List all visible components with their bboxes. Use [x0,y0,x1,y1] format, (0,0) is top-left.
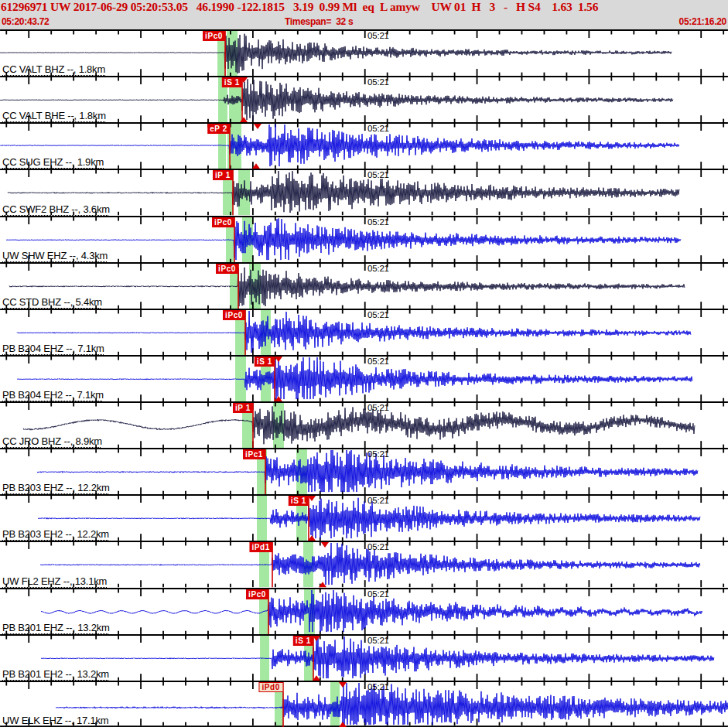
timespan-label: Timespan= 32 s [285,16,353,27]
waveform-canvas[interactable] [0,262,728,309]
trace-row[interactable]: iS 105:21PB B201 EH2 --, 13.2km [0,634,728,681]
station-label: CC SWF2 BHZ --, 3.6km [2,203,110,215]
station-label: PB B203 EHZ --, 12.2km [2,482,110,493]
station-label: PB B201 EHZ --, 13.2km [2,622,110,633]
trace-row[interactable]: eP 205:21CC SUG EHZ --, 1.9km [0,122,728,169]
minute-time-label: 05:21 [367,170,389,179]
minute-time-label: 05:21 [367,589,389,599]
pick-flag[interactable]: iPd0 [258,682,283,692]
waveform-canvas[interactable] [0,309,728,355]
minute-time-label: 05:21 [367,449,389,459]
station-label: PB B201 EH2 --, 13.2km [2,668,109,680]
waveform-canvas[interactable] [0,681,728,727]
trace-row[interactable]: iPc005:21PB B204 EHZ --, 7.1km [0,309,728,355]
trace-row[interactable]: iP 105:21CC SWF2 BHZ --, 3.6km [0,169,728,215]
window-end-time: 05:21:16.20 [679,16,726,27]
waveform-canvas[interactable] [0,494,728,541]
marker-triangle-icon [339,722,347,727]
seismic-picker-window: 61296971 UW 2017-06-29 05:20:53.05 46.19… [0,0,728,727]
pick-flag[interactable]: iS 1 [255,357,275,367]
window-start-time: 05:20:43.72 [2,16,49,27]
waveform-canvas[interactable] [0,541,728,587]
pick-flag[interactable]: iS 1 [289,496,309,506]
waveform-canvas[interactable] [0,634,728,681]
seismogram-trace[interactable] [17,311,691,353]
pick-flag[interactable]: iPc1 [243,449,265,459]
waveform-canvas[interactable] [0,29,728,76]
minute-time-label: 05:21 [367,682,389,691]
pick-flag[interactable]: iP 1 [233,403,253,413]
station-label: CC VALT BHZ --, 1.8km [2,63,105,75]
minute-time-label: 05:21 [367,264,389,273]
pick-flag[interactable]: eP 2 [207,124,230,134]
minute-time-label: 05:21 [367,217,389,227]
trace-row[interactable]: iPc105:21PB B203 EHZ --, 12.2km [0,448,728,494]
station-label: PB B204 EH2 --, 7.1km [2,389,104,401]
seismogram-trace[interactable] [56,683,728,725]
station-label: UW SHW EHZ --, 4.3km [2,250,108,261]
pick-flag[interactable]: iPc0 [203,31,225,41]
minute-time-label: 05:21 [367,542,389,551]
trace-row[interactable]: iPc005:21UW SHW EHZ --, 4.3km [0,216,728,262]
marker-triangle-icon [339,682,347,688]
pick-flag[interactable]: iPc0 [246,589,268,599]
trace-row[interactable]: iPd005:21UW ELK EHZ --, 17.1km [0,681,728,727]
seismogram-trace[interactable] [23,406,695,444]
station-label: CC VALT BHE --, 1.8km [2,110,106,121]
pick-flag[interactable]: iS 1 [293,636,313,646]
trace-row[interactable]: iPc005:21PB B201 EHZ --, 13.2km [0,588,728,634]
station-label: PB B203 EH2 --, 12.2km [2,528,109,540]
minute-time-label: 05:21 [367,31,389,40]
station-label: UW ELK EHZ --, 17.1km [2,715,108,726]
event-summary: 61296971 UW 2017-06-29 05:20:53.05 46.19… [1,0,728,15]
trace-row[interactable]: iS 105:21PB B203 EH2 --, 12.2km [0,494,728,541]
minute-time-label: 05:21 [367,357,389,366]
minute-time-label: 05:21 [367,403,389,412]
waveform-canvas[interactable] [0,401,728,448]
waveform-panel[interactable]: iPc005:21CC VALT BHZ --, 1.8kmiS 105:21C… [0,29,728,727]
minute-time-label: 05:21 [367,636,389,645]
trace-row[interactable]: iS 105:21CC VALT BHE --, 1.8km [0,76,728,122]
trace-row[interactable]: iPd105:21UW FL2 EHZ --, 13.1km [0,541,728,587]
trace-row[interactable]: iPc005:21CC STD BHZ --, 5.4km [0,262,728,309]
pick-flag[interactable]: iPd1 [249,542,272,552]
pick-flag[interactable]: iPc0 [223,310,245,320]
waveform-canvas[interactable] [0,76,728,122]
pick-flag[interactable]: iP 1 [213,170,233,180]
phase-window-band [330,682,340,727]
waveform-canvas[interactable] [0,122,728,169]
marker-triangle-icon [254,124,261,129]
station-label: PB B204 EHZ --, 7.1km [2,343,104,354]
minute-time-label: 05:21 [367,496,389,505]
event-header: 61296971 UW 2017-06-29 05:20:53.05 46.19… [0,0,728,29]
minute-time-label: 05:21 [367,124,389,133]
trace-row[interactable]: iS 105:21PB B204 EH2 --, 7.1km [0,355,728,401]
station-label: CC JRO BHZ --, 8.9km [2,435,102,447]
waveform-canvas[interactable] [0,216,728,262]
station-label: CC SUG EHZ --, 1.9km [2,156,104,168]
station-label: UW FL2 EHZ --, 13.1km [2,575,107,587]
seismogram-trace[interactable] [17,357,692,399]
pick-flag[interactable]: iS 1 [222,77,242,87]
station-label: CC STD BHZ --, 5.4km [2,296,102,308]
marker-triangle-icon [321,542,329,548]
pick-flag[interactable]: iPc0 [216,264,238,274]
minute-time-label: 05:21 [367,77,389,87]
trace-row[interactable]: iP 105:21CC JRO BHZ --, 8.9km [0,401,728,448]
minute-time-label: 05:21 [367,310,389,319]
waveform-canvas[interactable] [0,355,728,401]
pick-flag[interactable]: iPc0 [212,217,234,227]
seismogram-trace[interactable] [9,267,685,305]
trace-row[interactable]: iPc005:21CC VALT BHZ --, 1.8km [0,29,728,76]
